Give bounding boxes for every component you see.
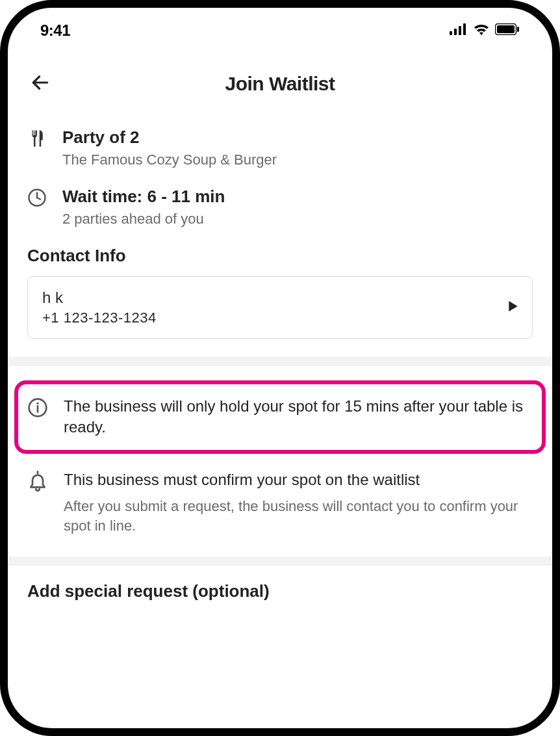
wait-time-label: Wait time: 6 - 11 min bbox=[62, 187, 533, 207]
hold-notice-text: The business will only hold your spot fo… bbox=[64, 396, 533, 438]
section-divider bbox=[8, 557, 552, 566]
device-frame: 9:41 Join Waitlist P bbox=[0, 0, 560, 736]
page-title: Join Waitlist bbox=[225, 73, 335, 95]
section-divider bbox=[8, 357, 552, 366]
bell-icon bbox=[27, 471, 49, 494]
battery-icon bbox=[495, 23, 520, 38]
svg-point-12 bbox=[36, 402, 38, 404]
queue-position: 2 parties ahead of you bbox=[62, 211, 533, 228]
contact-name: h k bbox=[42, 289, 157, 307]
chevron-right-icon bbox=[509, 301, 518, 314]
status-icons bbox=[450, 23, 520, 38]
svg-rect-1 bbox=[454, 29, 457, 35]
confirm-notice-title: This business must confirm your spot on … bbox=[64, 469, 533, 490]
contact-card[interactable]: h k +1 123-123-1234 bbox=[27, 276, 533, 339]
svg-rect-6 bbox=[517, 27, 519, 32]
status-time: 9:41 bbox=[40, 21, 70, 40]
wait-row: Wait time: 6 - 11 min 2 parties ahead of… bbox=[27, 187, 533, 228]
svg-rect-5 bbox=[497, 25, 515, 33]
clock-icon bbox=[27, 188, 48, 210]
svg-rect-3 bbox=[463, 23, 466, 35]
confirm-notice-sub: After you submit a request, the business… bbox=[64, 497, 533, 535]
contact-phone: +1 123-123-1234 bbox=[42, 309, 157, 326]
svg-rect-2 bbox=[459, 26, 461, 35]
wifi-icon bbox=[473, 23, 490, 38]
arrow-left-icon bbox=[30, 72, 51, 96]
svg-marker-9 bbox=[509, 301, 517, 311]
contact-info-heading: Contact Info bbox=[27, 246, 533, 266]
status-bar: 9:41 bbox=[8, 8, 552, 47]
party-size-label: Party of 2 bbox=[62, 127, 533, 148]
hold-notice-highlight: The business will only hold your spot fo… bbox=[14, 380, 546, 454]
party-row: Party of 2 The Famous Cozy Soup & Burger bbox=[27, 127, 533, 168]
venue-name: The Famous Cozy Soup & Burger bbox=[62, 151, 533, 168]
confirm-notice-row: This business must confirm your spot on … bbox=[27, 464, 533, 541]
special-request-heading: Add special request (optional) bbox=[8, 581, 552, 601]
header: Join Waitlist bbox=[8, 47, 552, 114]
hold-notice-row: The business will only hold your spot fo… bbox=[27, 391, 533, 443]
svg-rect-0 bbox=[450, 31, 452, 35]
restaurant-icon bbox=[27, 129, 48, 151]
info-icon bbox=[27, 397, 49, 421]
back-button[interactable] bbox=[27, 71, 53, 97]
cellular-icon bbox=[450, 23, 468, 38]
